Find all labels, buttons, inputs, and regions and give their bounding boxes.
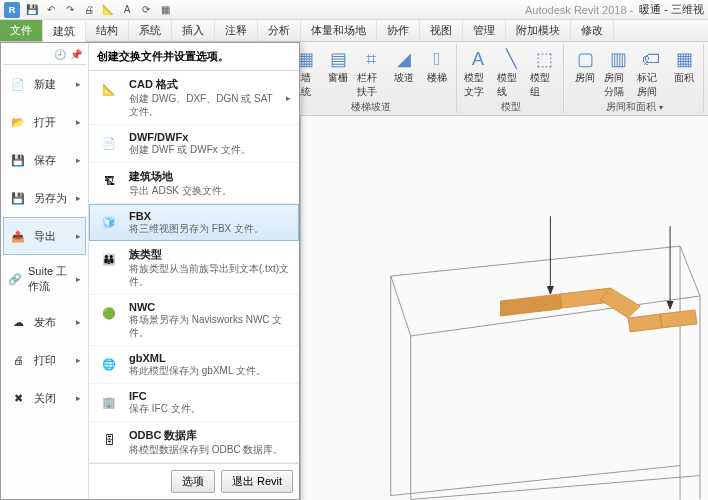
chevron-right-icon: ▸ xyxy=(76,117,81,127)
export-item-title: ODBC 数据库 xyxy=(129,428,283,443)
chevron-right-icon: ▸ xyxy=(76,355,81,365)
tab-systems[interactable]: 系统 xyxy=(129,20,172,41)
export-item-title: NWC xyxy=(129,301,291,313)
export-item-cad-[interactable]: 📐CAD 格式创建 DWG、DXF、DGN 或 SAT 文件。▸ xyxy=(89,71,299,125)
btn-label: 模型组 xyxy=(530,71,558,99)
railing-icon: ⌗ xyxy=(359,47,383,71)
qat-text-icon[interactable]: A xyxy=(119,2,135,18)
file-menu-item-label: Suite 工作流 xyxy=(28,264,70,294)
btn-label: 栏杆扶手 xyxy=(357,71,385,99)
qat-print-icon[interactable]: 🖨 xyxy=(81,2,97,18)
export-item-desc: 创建 DWG、DXF、DGN 或 SAT 文件。 xyxy=(129,92,278,118)
export-item-gbxml[interactable]: 🌐gbXML将此模型保存为 gbXML 文件。 xyxy=(89,346,299,384)
tab-manage[interactable]: 管理 xyxy=(463,20,506,41)
export-format-icon: 🗄 xyxy=(97,428,121,452)
exit-revit-button[interactable]: 退出 Revit xyxy=(221,470,293,493)
close-icon: ✖ xyxy=(8,388,28,408)
tab-annotate[interactable]: 注释 xyxy=(215,20,258,41)
app-icon: R xyxy=(4,2,20,18)
tab-modify[interactable]: 修改 xyxy=(571,20,614,41)
export-item-nwc[interactable]: 🟢NWC将场景另存为 Navisworks NWC 文件。 xyxy=(89,295,299,346)
export-item--[interactable]: 👪族类型将族类型从当前族导出到文本(.txt)文件。 xyxy=(89,241,299,295)
file-menu-footer: 选项 退出 Revit xyxy=(89,463,299,499)
options-button[interactable]: 选项 xyxy=(171,470,215,493)
export-item-desc: 将族类型从当前族导出到文本(.txt)文件。 xyxy=(129,262,291,288)
tab-analyze[interactable]: 分析 xyxy=(258,20,301,41)
qat-redo-icon[interactable]: ↷ xyxy=(62,2,78,18)
export-item-dwf-dwfx[interactable]: 📄DWF/DWFx创建 DWF 或 DWFx 文件。 xyxy=(89,125,299,163)
export-item-desc: 保存 IFC 文件。 xyxy=(129,402,201,415)
app-title: Autodesk Revit 2018 - xyxy=(525,4,633,16)
btn-modeltext[interactable]: A模型文字 xyxy=(463,46,493,100)
tab-massing[interactable]: 体量和场地 xyxy=(301,20,377,41)
group-icon: ⬚ xyxy=(532,47,556,71)
file-menu-item-publish[interactable]: ☁发布▸ xyxy=(3,303,86,341)
ramp-icon: ◢ xyxy=(392,47,416,71)
btn-label: 模型线 xyxy=(497,71,525,99)
export-item-ifc[interactable]: 🏢IFC保存 IFC 文件。 xyxy=(89,384,299,422)
file-menu-item-saveas[interactable]: 💾另存为▸ xyxy=(3,179,86,217)
ribbon-tabs: 文件 建筑 结构 系统 插入 注释 分析 体量和场地 协作 视图 管理 附加模块… xyxy=(0,20,708,42)
file-menu-item-save[interactable]: 💾保存▸ xyxy=(3,141,86,179)
btn-tagroom[interactable]: 🏷标记房间 xyxy=(636,46,666,100)
tab-addins[interactable]: 附加模块 xyxy=(506,20,571,41)
file-menu-item-new[interactable]: 📄新建▸ xyxy=(3,65,86,103)
text-icon: A xyxy=(466,47,490,71)
btn-label: 面积 xyxy=(674,71,694,85)
btn-railing[interactable]: ⌗栏杆扶手 xyxy=(356,46,386,100)
file-menu-item-print[interactable]: 🖨打印▸ xyxy=(3,341,86,379)
file-menu-item-label: 关闭 xyxy=(34,391,56,406)
qat-sync-icon[interactable]: ⟳ xyxy=(138,2,154,18)
btn-stair[interactable]: 𓊍楼梯 xyxy=(422,46,452,100)
viewport-3d[interactable] xyxy=(300,116,708,500)
tab-file[interactable]: 文件 xyxy=(0,20,43,41)
room-icon: ▢ xyxy=(573,47,597,71)
file-menu-item-label: 打印 xyxy=(34,353,56,368)
btn-room[interactable]: ▢房间 xyxy=(570,46,600,100)
sep-icon: ▥ xyxy=(606,47,630,71)
btn-ramp[interactable]: ◢坡道 xyxy=(389,46,419,100)
file-menu-item-close[interactable]: ✖关闭▸ xyxy=(3,379,86,417)
tag-icon: 🏷 xyxy=(639,47,663,71)
btn-label: 房间分隔 xyxy=(604,71,632,99)
group-caption: 楼梯坡道 xyxy=(351,100,391,114)
chevron-right-icon: ▸ xyxy=(76,317,81,327)
pin-icon[interactable]: 📌 xyxy=(70,49,82,62)
qat-save-icon[interactable]: 💾 xyxy=(24,2,40,18)
ribbon-group-model: A模型文字 ╲模型线 ⬚模型组 模型 xyxy=(459,44,564,113)
line-icon: ╲ xyxy=(499,47,523,71)
chevron-right-icon: ▸ xyxy=(76,193,81,203)
chevron-right-icon: ▸ xyxy=(76,155,81,165)
tab-view[interactable]: 视图 xyxy=(420,20,463,41)
tab-structure[interactable]: 结构 xyxy=(86,20,129,41)
qat-undo-icon[interactable]: ↶ xyxy=(43,2,59,18)
qat-view-icon[interactable]: ▦ xyxy=(157,2,173,18)
export-format-icon: 🏗 xyxy=(97,169,121,193)
recent-icon[interactable]: 🕘 xyxy=(54,49,66,62)
export-format-icon: 📄 xyxy=(97,131,121,155)
chevron-right-icon: ▸ xyxy=(286,93,291,103)
file-menu-item-suite[interactable]: 🔗Suite 工作流▸ xyxy=(3,255,86,303)
export-item-title: 建筑场地 xyxy=(129,169,232,184)
tab-collab[interactable]: 协作 xyxy=(377,20,420,41)
btn-modelline[interactable]: ╲模型线 xyxy=(496,46,526,100)
btn-area[interactable]: ▦面积 xyxy=(669,46,699,100)
btn-roomsep[interactable]: ▥房间分隔 xyxy=(603,46,633,100)
export-item--[interactable]: 🏗建筑场地导出 ADSK 交换文件。 xyxy=(89,163,299,204)
export-item-fbx[interactable]: 🧊FBX将三维视图另存为 FBX 文件。 xyxy=(89,204,299,241)
btn-label: 房间 xyxy=(575,71,595,85)
btn-modelgroup[interactable]: ⬚模型组 xyxy=(529,46,559,100)
export-format-icon: 👪 xyxy=(97,247,121,271)
btn-label: 模型文字 xyxy=(464,71,492,99)
file-menu-item-label: 打开 xyxy=(34,115,56,130)
tab-architecture[interactable]: 建筑 xyxy=(43,21,86,42)
file-menu-item-export[interactable]: 📤导出▸ xyxy=(3,217,86,255)
tab-insert[interactable]: 插入 xyxy=(172,20,215,41)
file-menu-item-open[interactable]: 📂打开▸ xyxy=(3,103,86,141)
qat-measure-icon[interactable]: 📐 xyxy=(100,2,116,18)
file-menu-item-label: 导出 xyxy=(34,229,56,244)
export-item-title: gbXML xyxy=(129,352,266,364)
export-item-odbc-[interactable]: 🗄ODBC 数据库将模型数据保存到 ODBC 数据库。 xyxy=(89,422,299,463)
file-menu: 🕘 📌 📄新建▸📂打开▸💾保存▸💾另存为▸📤导出▸🔗Suite 工作流▸☁发布▸… xyxy=(0,42,300,500)
btn-mullion[interactable]: ▤窗栅 xyxy=(323,46,353,100)
